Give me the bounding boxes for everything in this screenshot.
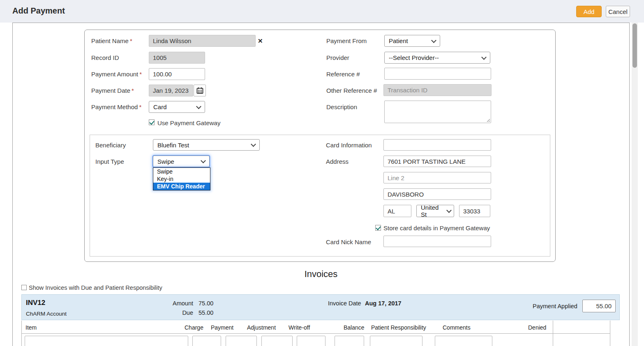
option-key-in[interactable]: Key-in [153,175,210,183]
required-asterisk: * [139,71,142,78]
input-type-value: Swipe [157,158,174,165]
store-card-checkbox[interactable] [375,225,381,231]
payment-amount-label-text: Payment Amount [91,71,138,78]
top-bar: Add Payment Add Cancel [0,0,644,23]
item-adjustment-input[interactable] [261,336,293,346]
item-patient-responsibility-input[interactable] [370,336,422,346]
use-payment-gateway-label: Use Payment Gateway [157,119,220,126]
add-payment-screen: Add Payment Add Cancel Patient Name* ✕ R… [0,0,644,346]
chevron-down-icon [196,104,201,109]
col-payment: Payment [211,324,233,331]
col-charge: Charge [185,324,203,331]
address-state-input[interactable] [383,205,411,217]
table-divider-denied [553,321,553,346]
beneficiary-label: Beneficiary [95,142,126,149]
record-id-label-text: Record ID [91,54,119,61]
payment-from-value: Patient [389,37,408,44]
record-id-input[interactable] [149,52,205,64]
reference-label: Reference # [326,71,360,78]
payment-amount-label: Payment Amount* [91,71,142,78]
col-denied: Denied [528,324,546,331]
payment-method-select[interactable]: Card [149,101,205,113]
other-reference-input[interactable] [383,84,492,96]
provider-value: --Select Provider-- [389,54,439,61]
card-information-label: Card Information [326,142,372,149]
address-zip-input[interactable] [459,205,490,217]
beneficiary-label-text: Beneficiary [95,142,126,149]
chevron-down-icon [446,208,452,213]
payment-method-label: Payment Method* [91,103,141,110]
address-label: Address [326,158,349,165]
scrollbar-track[interactable] [632,23,638,346]
required-asterisk: * [130,37,132,44]
item-charge-input[interactable] [192,336,221,346]
beneficiary-value: Bluefin Test [157,142,189,149]
payment-from-label-text: Payment From [326,37,367,44]
provider-label: Provider [326,54,349,61]
invoice-due-label: Due [152,309,193,316]
invoice-account: ChARM Account [26,311,67,317]
payment-applied-label: Payment Applied [533,303,577,309]
description-textarea[interactable] [384,101,491,123]
address-line1-input[interactable] [383,156,491,167]
item-comments-input[interactable] [435,336,492,346]
address-country-select[interactable]: United St [416,205,454,217]
item-balance-input[interactable] [335,336,364,346]
patient-name-label-text: Patient Name [91,37,129,44]
patient-name-input[interactable] [149,35,256,47]
address-city-input[interactable] [383,188,491,200]
payment-amount-input[interactable] [149,68,205,80]
card-nick-name-input[interactable] [383,236,491,247]
page-title: Add Payment [12,6,65,16]
invoice-amount-label: Amount [152,300,193,307]
card-nick-name-label: Card Nick Name [326,238,371,245]
clear-patient-icon[interactable]: ✕ [258,37,263,45]
reference-label-text: Reference # [326,71,360,78]
other-reference-label: Other Reference # [326,87,377,94]
col-item: Item [25,324,37,331]
chevron-down-icon [251,142,256,147]
chevron-down-icon [481,55,487,60]
reference-input[interactable] [384,68,491,80]
add-button[interactable]: Add [576,6,602,17]
payment-date-label: Payment Date* [91,87,134,94]
required-asterisk: * [132,87,134,94]
col-patient-responsibility: Patient Responsibility [371,324,426,331]
show-invoices-filter-checkbox[interactable] [21,285,27,290]
item-name-input[interactable] [25,336,188,346]
calendar-button[interactable] [194,85,206,96]
input-type-label-text: Input Type [95,158,124,165]
show-invoices-filter-label: Show Invoices with Due and Patient Respo… [29,284,162,291]
description-label: Description [326,103,357,110]
item-write-off-input[interactable] [297,336,325,346]
beneficiary-select[interactable]: Bluefin Test [153,139,260,151]
card-information-label-text: Card Information [326,142,372,149]
cancel-button[interactable]: Cancel [606,6,630,17]
payment-date-input[interactable] [149,85,193,96]
invoice-date-value: Aug 17, 2017 [365,300,402,307]
provider-select[interactable]: --Select Provider-- [384,52,490,64]
address-line2-input[interactable] [383,172,491,183]
invoice-due-value: 55.00 [199,309,213,316]
option-emv-chip-reader[interactable]: EMV Chip Reader [153,183,210,190]
payment-method-label-text: Payment Method [91,103,138,110]
address-label-text: Address [326,158,349,165]
payment-applied-input[interactable] [582,300,616,312]
input-type-select[interactable]: Swipe [153,156,210,167]
scrollbar-thumb[interactable] [632,23,637,68]
description-label-text: Description [326,103,357,110]
input-type-dropdown-menu: Swipe Key-in EMV Chip Reader [153,167,210,190]
payment-from-select[interactable]: Patient [384,35,440,47]
col-adjustment: Adjustment [247,324,276,331]
other-reference-label-text: Other Reference # [326,87,377,94]
card-information-input[interactable] [383,139,491,151]
use-payment-gateway-checkbox[interactable] [149,119,155,125]
payment-date-label-text: Payment Date [91,87,130,94]
address-country-value: United St [421,204,445,218]
option-swipe[interactable]: Swipe [153,168,210,175]
invoice-id: INV12 [26,299,45,307]
table-border-right [610,321,610,346]
chevron-down-icon [431,38,436,43]
table-header-divider [21,333,610,334]
item-payment-input[interactable] [226,336,257,346]
